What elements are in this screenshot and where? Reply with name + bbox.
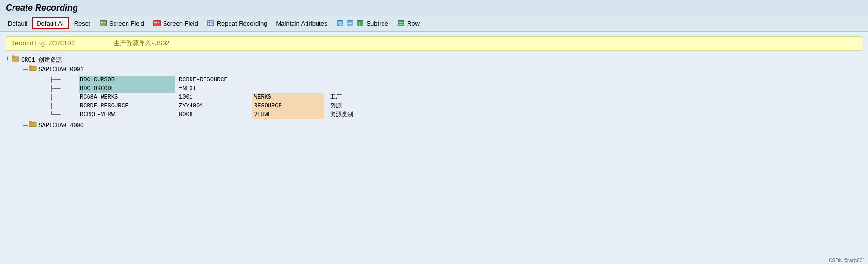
content-area: Recording ZCRC102 生产资源导入-JS02 └─ CRC1 创建…	[0, 32, 868, 135]
repeat-recording-button[interactable]: Repeat Recording	[203, 18, 271, 29]
tree-connector-root: └─	[6, 56, 12, 65]
field-attr-bdc-cursor	[252, 76, 324, 84]
field-row-bdc-cursor: ├── BDC_CURSOR RCRDE-RESOURCE	[50, 76, 862, 84]
svg-rect-9	[158, 22, 159, 23]
maintain-attributes-button[interactable]: Maintain Attributes	[272, 18, 331, 29]
field-val-rc68a-werks: 1001	[175, 93, 252, 102]
field-val-bdc-okcode: =NEXT	[175, 84, 252, 93]
field-name-bdc-cursor: BDC_CURSOR	[79, 76, 175, 84]
svg-rect-29	[12, 56, 14, 58]
default-label: Default	[8, 20, 27, 27]
repeat-recording-icon	[207, 20, 216, 27]
svg-rect-3	[101, 24, 103, 24]
field-attr-rcrde-verwe: VERWE	[252, 110, 324, 119]
connector-bdc-cursor: ├──	[50, 76, 79, 84]
status-text: CSDN @wrjc601	[829, 258, 865, 263]
field-name-rcrde-resource: RCRDE-RESOURCE	[79, 102, 175, 110]
status-bar: CSDN @wrjc601	[826, 257, 868, 264]
root-node-label: CRC1 创建资源	[21, 56, 62, 65]
svg-rect-4	[104, 22, 105, 23]
folder-icon-root	[12, 55, 19, 65]
svg-rect-6	[154, 21, 160, 26]
tree-connector-saplcra0: ├─	[21, 66, 28, 75]
screen-field-1-label: Screen Field	[109, 20, 144, 27]
saplcra0-label: SAPLCRA0 0091	[38, 66, 84, 75]
title-bar: Create Recording	[0, 0, 868, 15]
field-val-rcrde-resource: ZYY4001	[175, 102, 252, 110]
field-name-rc68a-werks: RC68A-WERKS	[79, 93, 175, 102]
field-desc-rcrde-resource: 资源	[324, 102, 344, 110]
field-name-bdc-okcode: BDC_OKCODE	[79, 84, 175, 93]
row-button[interactable]: Row	[393, 18, 423, 29]
field-desc-rcrde-verwe: 资源类别	[324, 110, 355, 119]
connector-rc68a-werks: ├──	[50, 93, 79, 102]
screen-field-1-button[interactable]: Screen Field	[95, 18, 148, 29]
recording-id: Recording ZCRC102	[11, 40, 75, 47]
saplcra0-next-label: SAPLCRA0 4000	[38, 121, 84, 131]
svg-rect-33	[29, 121, 32, 123]
fields-block: ├── BDC_CURSOR RCRDE-RESOURCE ├── BDC_OK…	[50, 76, 862, 119]
tree-root-node: └─ CRC1 创建资源	[6, 55, 862, 65]
svg-rect-7	[154, 22, 157, 23]
reset-label: Reset	[74, 20, 90, 27]
recording-description: 生产资源导入-JS02	[114, 39, 170, 48]
connector-rcrde-verwe: └──	[50, 110, 79, 119]
field-row-rcrde-verwe: └── RCRDE-VERWE 0008 VERWE 资源类别	[50, 110, 862, 119]
maintain-attributes-label: Maintain Attributes	[276, 20, 327, 27]
folder-icon-next	[29, 121, 37, 131]
screen-field-1-icon	[99, 20, 108, 27]
field-name-rcrde-verwe: RCRDE-VERWE	[79, 110, 175, 119]
svg-rect-8	[154, 24, 157, 24]
screen-field-2-label: Screen Field	[163, 20, 198, 27]
field-val-rcrde-verwe: 0008	[175, 110, 252, 119]
tree-connector-next: ├─	[21, 121, 28, 131]
row-icon	[397, 20, 406, 27]
svg-rect-1	[100, 21, 106, 26]
reset-button[interactable]: Reset	[70, 18, 94, 29]
connector-bdc-okcode: ├──	[50, 84, 79, 93]
field-row-rcrde-resource: ├── RCRDE-RESOURCE ZYY4001 RESOURCE 资源	[50, 102, 862, 110]
field-desc-bdc-cursor	[324, 76, 328, 84]
subtree-label: Subtree	[366, 20, 388, 27]
default-button[interactable]: Default	[4, 18, 31, 29]
field-attr-rc68a-werks: WERKS	[252, 93, 324, 102]
default-all-button[interactable]: Default All	[32, 17, 69, 29]
recording-header: Recording ZCRC102 生产资源导入-JS02	[6, 36, 862, 51]
field-row-bdc-okcode: ├── BDC_OKCODE =NEXT	[50, 84, 862, 93]
field-attr-bdc-okcode	[252, 84, 324, 93]
subtree-icon-2	[346, 20, 355, 27]
page-title: Create Recording	[6, 3, 862, 13]
tree-saplcra0-next-node: ├─ SAPLCRA0 4000	[21, 121, 862, 131]
tree-saplcra0-node: ├─ SAPLCRA0 0091	[21, 65, 862, 75]
svg-text:↕: ↕	[358, 21, 361, 26]
folder-icon-saplcra0	[29, 65, 37, 75]
svg-rect-25	[398, 21, 404, 26]
row-label: Row	[407, 20, 420, 27]
field-row-rc68a-werks: ├── RC68A-WERKS 1001 WERKS 工厂	[50, 93, 862, 102]
field-desc-bdc-okcode	[324, 84, 328, 93]
subtree-icon-1: +	[336, 20, 345, 27]
screen-field-2-button[interactable]: Screen Field	[149, 18, 202, 29]
screen-field-2-icon	[153, 20, 162, 27]
svg-rect-2	[101, 22, 103, 23]
svg-text:+: +	[340, 22, 343, 26]
svg-rect-31	[29, 66, 32, 67]
connector-rcrde-resource: ├──	[50, 102, 79, 110]
tree-area: └─ CRC1 创建资源 ├─ SAPLCRA0 0091	[6, 55, 862, 131]
field-attr-rcrde-resource: RESOURCE	[252, 102, 324, 110]
subtree-button[interactable]: + ↕ Subtree	[332, 18, 392, 29]
toolbar: Default Default All Reset Screen Field	[0, 15, 868, 32]
field-val-bdc-cursor: RCRDE-RESOURCE	[175, 76, 252, 84]
repeat-recording-label: Repeat Recording	[217, 20, 268, 27]
field-desc-rc68a-werks: 工厂	[324, 93, 344, 102]
subtree-icon-3: ↕	[356, 20, 365, 27]
default-all-label: Default All	[37, 20, 65, 27]
